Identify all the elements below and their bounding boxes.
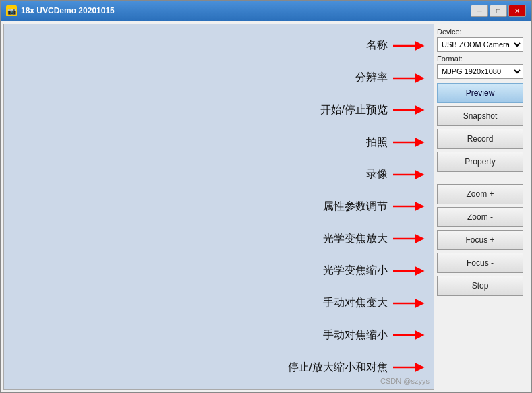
record-label-row: 录像 bbox=[288, 167, 430, 181]
zoom-in-label-row: 光学变焦放大 bbox=[288, 232, 430, 246]
record-label: 录像 bbox=[366, 167, 388, 181]
snapshot-arrow bbox=[392, 135, 427, 149]
spacer1 bbox=[437, 172, 526, 181]
zoom-plus-button[interactable]: Zoom + bbox=[437, 184, 523, 204]
zoom-in-label: 光学变焦放大 bbox=[323, 232, 388, 246]
focus-in-label-row: 手动对焦变大 bbox=[288, 296, 430, 310]
zoom-minus-button[interactable]: Zoom - bbox=[437, 207, 523, 227]
stop-button[interactable]: Stop bbox=[437, 276, 523, 296]
watermark: CSDN @szyys bbox=[380, 377, 430, 385]
right-panel: Device: USB ZOOM Camera Format: MJPG 192… bbox=[434, 24, 529, 390]
device-label: Device: bbox=[437, 28, 526, 36]
focus-out-arrow bbox=[392, 328, 427, 342]
resolution-arrow bbox=[392, 71, 427, 85]
focus-in-label: 手动对焦变大 bbox=[323, 296, 388, 310]
snapshot-label: 拍照 bbox=[366, 135, 388, 150]
main-content: 名称 分辨率 开始/停止预览 bbox=[1, 21, 531, 392]
zoom-out-arrow bbox=[392, 264, 427, 278]
device-select[interactable]: USB ZOOM Camera bbox=[437, 37, 523, 52]
focus-in-arrow bbox=[392, 297, 427, 310]
stop-label: 停止/放大缩小和对焦 bbox=[288, 361, 388, 375]
name-label-row: 名称 bbox=[288, 38, 430, 53]
stop-arrow bbox=[392, 361, 427, 374]
resolution-label-row: 分辨率 bbox=[288, 71, 430, 85]
property-label: 属性参数调节 bbox=[323, 200, 388, 214]
format-select[interactable]: MJPG 1920x1080 bbox=[437, 64, 523, 79]
preview-arrow bbox=[392, 103, 427, 117]
focus-minus-button[interactable]: Focus - bbox=[437, 253, 523, 273]
format-label: Format: bbox=[437, 55, 526, 63]
window-title: 18x UVCDemo 20201015 bbox=[21, 6, 115, 16]
close-button[interactable]: ✕ bbox=[508, 5, 526, 17]
name-arrow bbox=[392, 39, 427, 53]
labels-column: 名称 分辨率 开始/停止预览 bbox=[288, 24, 434, 389]
zoom-out-label: 光学变焦缩小 bbox=[323, 264, 388, 278]
zoom-in-arrow bbox=[392, 232, 427, 245]
record-arrow bbox=[392, 168, 427, 181]
app-icon: 📷 bbox=[6, 5, 17, 16]
app-window: 📷 18x UVCDemo 20201015 ─ □ ✕ 名称 bbox=[0, 0, 532, 393]
snapshot-label-row: 拍照 bbox=[288, 135, 430, 150]
window-controls: ─ □ ✕ bbox=[471, 5, 526, 17]
zoom-out-label-row: 光学变焦缩小 bbox=[288, 264, 430, 278]
focus-plus-button[interactable]: Focus + bbox=[437, 230, 523, 250]
property-button[interactable]: Property bbox=[437, 152, 523, 172]
stop-label-row: 停止/放大缩小和对焦 bbox=[288, 361, 430, 375]
property-arrow bbox=[392, 200, 427, 213]
name-label: 名称 bbox=[366, 38, 388, 53]
focus-out-label-row: 手动对焦缩小 bbox=[288, 328, 430, 342]
focus-out-label: 手动对焦缩小 bbox=[323, 328, 388, 342]
preview-label-row: 开始/停止预览 bbox=[288, 103, 430, 117]
minimize-button[interactable]: ─ bbox=[471, 5, 488, 17]
preview-label: 开始/停止预览 bbox=[320, 103, 388, 117]
snapshot-button[interactable]: Snapshot bbox=[437, 106, 523, 126]
record-button[interactable]: Record bbox=[437, 129, 523, 149]
resolution-label: 分辨率 bbox=[355, 71, 388, 85]
title-bar: 📷 18x UVCDemo 20201015 ─ □ ✕ bbox=[1, 1, 531, 21]
title-bar-left: 📷 18x UVCDemo 20201015 bbox=[6, 5, 115, 16]
preview-button[interactable]: Preview bbox=[437, 83, 523, 103]
maximize-button[interactable]: □ bbox=[490, 5, 507, 17]
preview-area: 名称 分辨率 开始/停止预览 bbox=[3, 24, 434, 390]
property-label-row: 属性参数调节 bbox=[288, 200, 430, 214]
